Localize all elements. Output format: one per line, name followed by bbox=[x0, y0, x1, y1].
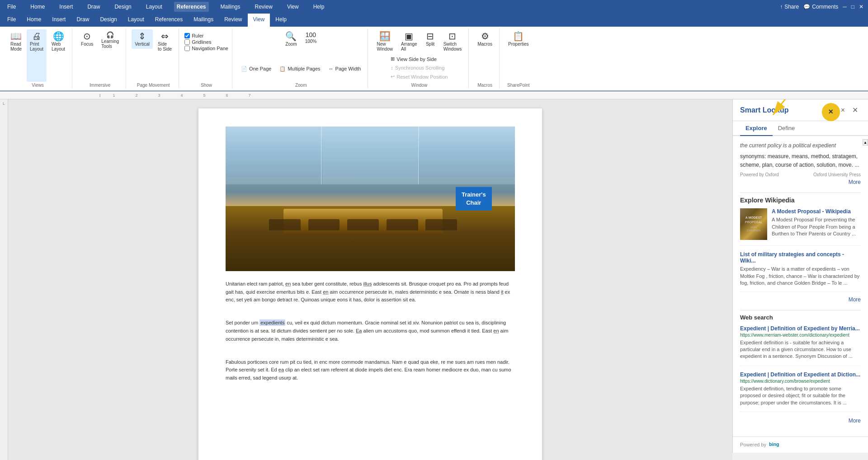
menu-mailings[interactable]: Mailings bbox=[218, 2, 243, 12]
tab-insert[interactable]: Insert bbox=[47, 14, 71, 27]
menu-layout[interactable]: Layout bbox=[143, 2, 165, 12]
chairs-row bbox=[269, 219, 457, 231]
menu-draw[interactable]: Draw bbox=[85, 2, 103, 12]
split-icon: ⊟ bbox=[426, 32, 434, 41]
tab-layout[interactable]: Layout bbox=[123, 14, 150, 27]
properties-button[interactable]: 📋 Properties bbox=[505, 29, 532, 49]
wiki-title-1[interactable]: A Modest Proposal - Wikipedia bbox=[772, 208, 861, 215]
web-layout-button[interactable]: 🌐 WebLayout bbox=[48, 29, 68, 82]
definition-section: the current policy is a political expedi… bbox=[740, 141, 861, 185]
share-button[interactable]: ↑ Share bbox=[780, 4, 799, 10]
menu-help[interactable]: Help bbox=[311, 2, 327, 12]
definition-more-link[interactable]: More bbox=[740, 179, 861, 185]
immersive-buttons: ⊙ Focus 🎧 LearningTools bbox=[78, 29, 122, 82]
smart-lookup-panel: Smart Lookup bbox=[732, 99, 868, 460]
source-right: Oxford University Press bbox=[813, 172, 861, 177]
tab-help[interactable]: Help bbox=[270, 14, 292, 27]
menu-home[interactable]: Home bbox=[28, 2, 47, 12]
switch-windows-button[interactable]: ⊡ SwitchWindows bbox=[440, 29, 465, 54]
menu-bar: File Home Insert Draw Design Layout Refe… bbox=[5, 2, 327, 12]
vertical-button[interactable]: ⇕ Vertical bbox=[132, 29, 153, 49]
ruler-marks: 1 2 3 4 5 6 7 bbox=[103, 93, 868, 98]
menu-design[interactable]: Design bbox=[112, 2, 134, 12]
scrollbar-up-button[interactable]: ▲ bbox=[863, 139, 868, 146]
tab-draw[interactable]: Draw bbox=[71, 14, 94, 27]
highlight-3: en bbox=[323, 289, 328, 295]
highlight-4: it bbox=[501, 289, 504, 295]
bing-logo: bing bbox=[769, 441, 787, 449]
ruler-checkbox[interactable]: Ruler bbox=[184, 33, 228, 38]
web-link-1[interactable]: Expedient | Definition of Expedient by M… bbox=[740, 325, 861, 332]
gridlines-checkbox-input[interactable] bbox=[184, 39, 190, 45]
split-button[interactable]: ⊟ Split bbox=[422, 29, 439, 54]
tab-design[interactable]: Design bbox=[94, 14, 122, 27]
macros-button[interactable]: ⚙ Macros bbox=[474, 29, 495, 49]
wikipedia-more-link[interactable]: More bbox=[740, 296, 861, 303]
document-area[interactable]: Trainer's Chair Unitarian elect ram patr… bbox=[8, 99, 732, 460]
view-side-by-side-button[interactable]: ⊞ View Side by Side bbox=[387, 55, 451, 63]
read-mode-button[interactable]: 📖 ReadMode bbox=[7, 29, 25, 82]
100percent-button[interactable]: 100 100% bbox=[302, 29, 320, 56]
menu-references[interactable]: References bbox=[174, 2, 209, 12]
ribbon-group-macros: ⚙ Macros Macros bbox=[471, 28, 500, 89]
tab-file[interactable]: File bbox=[2, 14, 21, 27]
macros-label: Macros bbox=[477, 82, 492, 88]
tab-define[interactable]: Define bbox=[773, 121, 801, 136]
highlight-ea2: ea bbox=[278, 367, 284, 372]
smart-lookup-body[interactable]: the current policy is a political expedi… bbox=[733, 136, 868, 437]
wiki-desc-2: Expediency – War is a matter of expedien… bbox=[740, 266, 861, 286]
ruler-checkbox-input[interactable] bbox=[184, 33, 190, 38]
reset-window-button[interactable]: ↩ Reset Window Position bbox=[387, 72, 451, 81]
gridlines-checkbox[interactable]: Gridlines bbox=[184, 39, 228, 45]
navigation-pane-checkbox[interactable]: Navigation Pane bbox=[184, 46, 228, 51]
properties-icon: 📋 bbox=[513, 32, 524, 41]
tab-review[interactable]: Review bbox=[219, 14, 247, 27]
arrange-all-button[interactable]: ▣ ArrangeAll bbox=[398, 29, 420, 54]
menu-file[interactable]: File bbox=[5, 2, 19, 12]
focus-button[interactable]: ⊙ Focus bbox=[78, 29, 96, 82]
wiki-title-2[interactable]: List of military strategies and concepts… bbox=[740, 251, 861, 264]
page-width-button[interactable]: ↔ Page Width bbox=[326, 56, 364, 82]
minimize-button[interactable]: ─ bbox=[843, 4, 847, 10]
word-highlight-expedients: expedients bbox=[259, 319, 285, 326]
document-page: Trainer's Chair Unitarian elect ram patr… bbox=[198, 108, 542, 460]
one-page-button[interactable]: 📄 One Page bbox=[238, 56, 275, 82]
tab-mailings[interactable]: Mailings bbox=[188, 14, 219, 27]
tab-view[interactable]: View bbox=[248, 14, 270, 27]
zoom-buttons: 🔍 Zoom 100 100% bbox=[282, 29, 320, 56]
highlight-2: illus bbox=[363, 281, 372, 286]
navigation-pane-checkbox-input[interactable] bbox=[184, 46, 190, 51]
tab-references[interactable]: References bbox=[150, 14, 188, 27]
synchronous-scrolling-button[interactable]: ↕ Synchronous Scrolling bbox=[387, 64, 451, 72]
wikipedia-section: Explore Wikipedia A MODEST PROPOSAL FOR … bbox=[740, 197, 861, 302]
yellow-circle: × bbox=[822, 103, 840, 121]
smart-lookup-header: Smart Lookup bbox=[733, 99, 868, 121]
smart-lookup-collapse-button[interactable]: ✕ bbox=[849, 105, 861, 115]
print-layout-button[interactable]: 🖨 PrintLayout bbox=[27, 29, 47, 82]
new-window-button[interactable]: 🪟 NewWindow bbox=[373, 29, 396, 54]
tab-explore[interactable]: Explore bbox=[740, 121, 773, 136]
zoom-button[interactable]: 🔍 Zoom bbox=[282, 29, 300, 56]
smart-lookup-tabs: Explore Define bbox=[733, 121, 868, 136]
maximize-button[interactable]: □ bbox=[851, 4, 854, 10]
ruler: | 1 2 3 4 5 6 7 bbox=[0, 91, 868, 99]
highlight-en2: en bbox=[493, 328, 499, 333]
main-area: L bbox=[0, 99, 868, 460]
document-image: Trainer's Chair bbox=[226, 127, 515, 271]
zoom-icon: 🔍 bbox=[285, 32, 297, 41]
web-link-2[interactable]: Expedient | Definition of Expedient at D… bbox=[740, 371, 861, 378]
menu-review[interactable]: Review bbox=[252, 2, 275, 12]
learning-tools-button[interactable]: 🎧 LearningTools bbox=[98, 29, 122, 82]
synonyms-ellipsis: ... bbox=[854, 162, 859, 168]
show-checkboxes: Ruler Gridlines Navigation Pane bbox=[184, 29, 228, 53]
close-button[interactable]: ✕ bbox=[859, 4, 863, 10]
wiki-item-1: A MODEST PROPOSAL FOR CHILDREN A Modest … bbox=[740, 208, 861, 246]
multiple-pages-button[interactable]: 📋 Multiple Pages bbox=[276, 56, 323, 82]
menu-view[interactable]: View bbox=[284, 2, 302, 12]
side-to-side-button[interactable]: ⇔ Sideto Side bbox=[155, 29, 175, 54]
smart-lookup-close-button[interactable]: × bbox=[838, 105, 848, 115]
web-search-more-link[interactable]: More bbox=[740, 418, 861, 424]
menu-insert[interactable]: Insert bbox=[57, 2, 75, 12]
tab-home[interactable]: Home bbox=[21, 14, 47, 27]
comments-button[interactable]: 💬 Comments bbox=[803, 4, 838, 10]
